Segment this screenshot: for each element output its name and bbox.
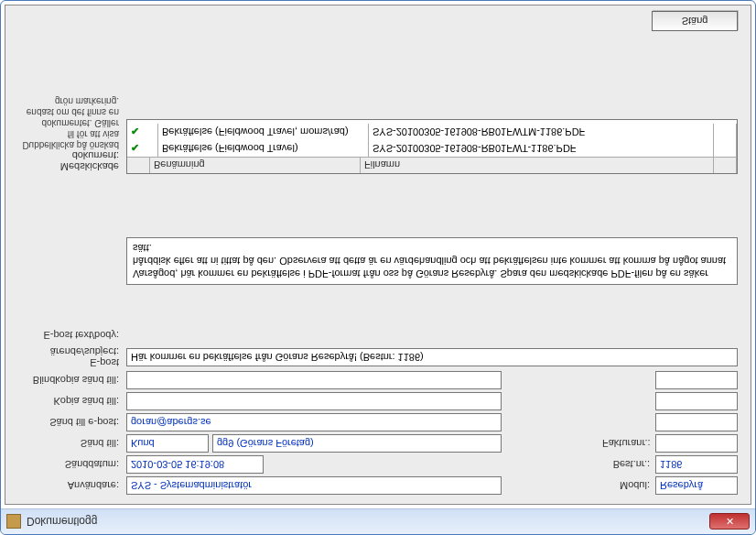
app-icon — [6, 515, 21, 530]
field-sandtill-type: Kund — [126, 434, 209, 453]
col-header-name: Benämning — [150, 157, 361, 173]
window-title: Dokumentlogg — [27, 516, 97, 529]
field-modul: Resebyrå — [655, 476, 738, 495]
label-anvandare: Användare: — [18, 480, 126, 491]
attachments-header: Benämning Filnamn — [127, 157, 737, 173]
label-modul: Modul: — [602, 480, 655, 491]
label-blindkopia: Blindkopia sänd till: — [18, 375, 126, 386]
attachments-table[interactable]: Benämning Filnamn ✔ Bekräftelse (Fieldwo… — [126, 119, 738, 174]
table-row[interactable]: ✔ Bekräftelse (Fieldwood Travel) SYS-201… — [127, 140, 737, 157]
field-body: Varsågod, här kommer en bekräftelse i PD… — [126, 237, 738, 285]
field-kopia — [126, 392, 502, 410]
table-row[interactable]: ✔ Bekräftelse (Fieldwood Travel, moms/ra… — [127, 124, 737, 140]
field-extra-1 — [655, 413, 738, 431]
label-sanddatum: Sänddatum: — [18, 459, 126, 470]
dokumentlogg-window: Dokumentlogg ✕ Användare: SYS - Systemad… — [0, 0, 756, 535]
field-sanddatum: 2010-03-05 16:19:08 — [126, 455, 264, 474]
titlebar[interactable]: Dokumentlogg ✕ — [1, 508, 755, 534]
field-sandtill-name: gg9 (Görans Företag) — [212, 434, 502, 453]
col-header-file: Filnamn — [361, 157, 714, 173]
field-extra-3 — [655, 371, 738, 389]
field-blindkopia — [126, 371, 502, 389]
field-anvandare: SYS - Systemadministratör — [126, 476, 502, 495]
label-medskickade: Medskickade dokument: — [18, 150, 126, 174]
label-sandtill: Sänd till: — [18, 438, 126, 449]
close-button[interactable]: Stäng — [652, 11, 738, 31]
window-close-button[interactable]: ✕ — [709, 514, 750, 530]
content-panel: Användare: SYS - Systemadministratör Mod… — [5, 5, 751, 505]
field-bestnr: 1186 — [655, 455, 738, 474]
field-extra-2 — [655, 392, 738, 410]
label-kopia: Kopia sänd till: — [18, 396, 126, 407]
check-icon: ✔ — [131, 143, 139, 155]
field-fakturanr — [655, 434, 738, 453]
check-icon: ✔ — [131, 126, 139, 138]
label-sandtill-epost: Sänd till e-post: — [18, 417, 126, 428]
field-subject: Här kommer en bekräftelse från Görans Re… — [126, 348, 738, 366]
attachments-help: Dubbelklicka på önskad fil för att visa … — [18, 95, 126, 150]
field-sandtill-epost: goran@abergs.se — [126, 413, 502, 431]
label-fakturanr: Fakturanr.: — [602, 438, 655, 449]
label-body: E-post text/body: — [18, 179, 126, 344]
label-subject: E-post ärende/subject: — [18, 346, 126, 368]
label-bestnr: Best.nr.: — [602, 459, 655, 470]
